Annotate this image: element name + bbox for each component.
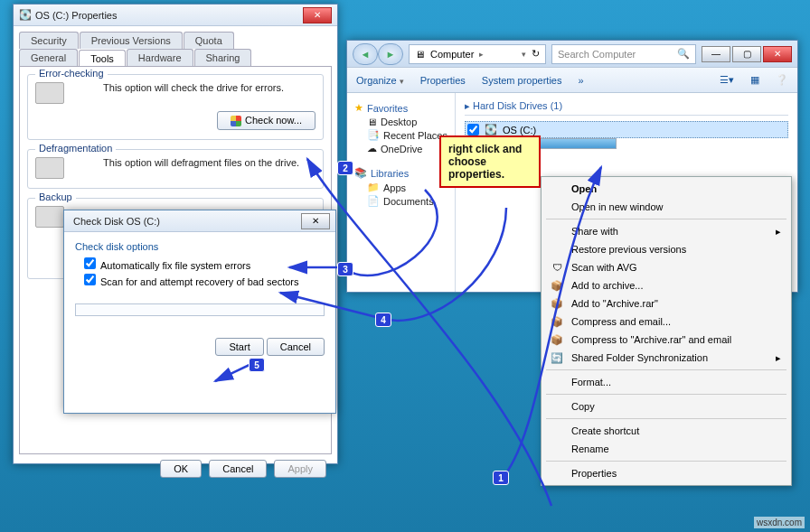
nav-recent-places[interactable]: 📑 Recent Places	[367, 129, 447, 141]
cancel-button[interactable]: Cancel	[209, 460, 267, 478]
step-badge-1: 1	[493, 471, 509, 485]
check-disk-titlebar[interactable]: Check Disk OS (C:) ✕	[64, 210, 335, 232]
menu-item-rename[interactable]: Rename	[544, 440, 788, 458]
minimize-button[interactable]: —	[702, 46, 730, 62]
defrag-icon	[35, 157, 64, 179]
context-menu: OpenOpen in new windowShare with▸Restore…	[541, 176, 792, 486]
nav-onedrive[interactable]: ☁ OneDrive	[367, 143, 447, 154]
preview-pane-button[interactable]: ▦	[750, 74, 759, 86]
explorer-toolbar: Organize ▾ Properties System properties …	[347, 68, 797, 93]
scan-recover-checkbox[interactable]	[84, 274, 96, 285]
close-button[interactable]: ✕	[301, 213, 330, 229]
step-badge-5: 5	[249, 358, 265, 372]
auto-fix-option[interactable]: Automatically fix file system errors	[84, 257, 325, 271]
rar-icon: 📦	[550, 296, 564, 311]
tab-quota[interactable]: Quota	[184, 32, 234, 49]
properties-tabs: Security Previous Versions Quota General…	[14, 26, 337, 66]
maximize-button[interactable]: ▢	[732, 46, 761, 62]
libraries-header[interactable]: 📚 Libraries	[354, 167, 447, 179]
error-checking-group: Error-checking This option will check th…	[27, 74, 324, 140]
scan-recover-option[interactable]: Scan for and attempt recovery of bad sec…	[84, 274, 325, 287]
submenu-arrow-icon: ▸	[776, 352, 781, 364]
close-button[interactable]: ✕	[763, 46, 792, 62]
nav-documents[interactable]: 📄 Documents	[367, 195, 447, 207]
uac-shield-icon	[231, 116, 241, 126]
menu-item-compress-and-email[interactable]: 📦Compress and email...	[544, 313, 788, 331]
error-checking-title: Error-checking	[35, 68, 108, 79]
drive-check-icon	[35, 82, 64, 104]
error-checking-desc: This option will check the drive for err…	[103, 82, 284, 93]
tab-tools[interactable]: Tools	[79, 50, 126, 67]
menu-item-scan-with-avg[interactable]: 🛡Scan with AVG	[544, 258, 788, 276]
tab-security[interactable]: Security	[19, 32, 79, 49]
progress-bar	[75, 303, 325, 316]
drive-checkbox[interactable]	[467, 124, 479, 135]
menu-separator	[546, 219, 786, 219]
help-button[interactable]: ❔	[776, 74, 788, 86]
menu-item-restore-previous-versions[interactable]: Restore previous versions	[544, 240, 788, 258]
tab-general[interactable]: General	[19, 49, 78, 66]
menu-item-format[interactable]: Format...	[544, 373, 788, 391]
rar-icon: 📦	[550, 332, 564, 347]
explorer-titlebar[interactable]: ◄ ► 🖥 Computer ▸ ▾ ↻ Search Computer 🔍 —…	[347, 41, 797, 68]
search-input[interactable]: Search Computer 🔍	[551, 44, 696, 64]
tab-sharing[interactable]: Sharing	[194, 49, 252, 66]
menu-separator	[546, 394, 786, 395]
check-now-button[interactable]: Check now...	[217, 111, 316, 130]
dropdown-icon[interactable]: ▾	[522, 50, 526, 59]
menu-item-open[interactable]: Open	[544, 180, 788, 198]
tab-previous-versions[interactable]: Previous Versions	[80, 32, 183, 49]
menu-separator	[546, 418, 786, 419]
start-button[interactable]: Start	[215, 338, 263, 356]
backup-icon	[35, 206, 64, 228]
nav-apps[interactable]: 📁 Apps	[367, 182, 447, 193]
menu-item-open-in-new-window[interactable]: Open in new window	[544, 198, 788, 216]
properties-button-row: OK Cancel Apply	[14, 454, 337, 483]
toolbar-more[interactable]: »	[579, 75, 584, 86]
apply-button[interactable]: Apply	[274, 460, 326, 478]
menu-item-compress-to-archive-rar-and-email[interactable]: 📦Compress to "Archive.rar" and email	[544, 331, 788, 349]
tab-hardware[interactable]: Hardware	[127, 49, 193, 66]
menu-item-add-to-archive-rar[interactable]: 📦Add to "Archive.rar"	[544, 294, 788, 313]
nav-back-button[interactable]: ◄	[353, 43, 378, 65]
nav-desktop[interactable]: 🖥 Desktop	[367, 117, 447, 127]
search-icon: 🔍	[677, 48, 690, 60]
check-disk-options-title: Check disk options	[75, 241, 325, 252]
submenu-arrow-icon: ▸	[776, 226, 781, 238]
annotation-callout: right click and choose properties.	[439, 135, 541, 188]
check-disk-title: Check Disk OS (C:)	[73, 216, 160, 227]
toolbar-system-properties[interactable]: System properties	[482, 75, 562, 86]
favorites-header[interactable]: ★Favorites	[354, 102, 447, 114]
nav-forward-button[interactable]: ►	[378, 43, 403, 65]
defrag-group: Defragmentation This option will defragm…	[27, 149, 324, 189]
properties-title: OS (C:) Properties	[35, 10, 117, 21]
ok-button[interactable]: OK	[160, 460, 202, 478]
check-disk-dialog: Check Disk OS (C:) ✕ Check disk options …	[63, 210, 336, 414]
rar-icon: 📦	[550, 314, 564, 329]
menu-item-copy[interactable]: Copy	[544, 397, 788, 415]
drives-section-header[interactable]: ▸ Hard Disk Drives (1)	[465, 100, 788, 116]
step-badge-4: 4	[375, 313, 391, 327]
chevron-right-icon[interactable]: ▸	[479, 50, 484, 59]
close-button[interactable]: ✕	[303, 7, 332, 23]
address-bar[interactable]: 🖥 Computer ▸ ▾ ↻	[409, 44, 546, 64]
toolbar-properties[interactable]: Properties	[420, 75, 466, 86]
menu-item-share-with[interactable]: Share with▸	[544, 222, 788, 240]
organize-menu[interactable]: Organize ▾	[356, 75, 404, 86]
footer-credit: wsxdn.com	[754, 517, 805, 528]
view-icons-button[interactable]: ☰▾	[720, 74, 734, 86]
menu-item-add-to-archive[interactable]: 📦Add to archive...	[544, 276, 788, 294]
menu-item-shared-folder-synchronization[interactable]: 🔄Shared Folder Synchronization▸	[544, 349, 788, 367]
menu-separator	[546, 461, 786, 462]
backup-title: Backup	[35, 191, 76, 202]
step-badge-3: 3	[337, 262, 353, 276]
breadcrumb[interactable]: Computer	[430, 49, 474, 60]
menu-item-create-shortcut[interactable]: Create shortcut	[544, 422, 788, 440]
refresh-icon[interactable]: ↻	[532, 48, 540, 60]
properties-titlebar[interactable]: 💽 OS (C:) Properties ✕	[14, 5, 337, 26]
cancel-button[interactable]: Cancel	[267, 338, 325, 356]
hard-drive-icon: 💽	[485, 124, 497, 135]
auto-fix-checkbox[interactable]	[84, 257, 96, 269]
menu-item-properties[interactable]: Properties	[544, 464, 788, 482]
defrag-title: Defragmentation	[35, 143, 116, 154]
